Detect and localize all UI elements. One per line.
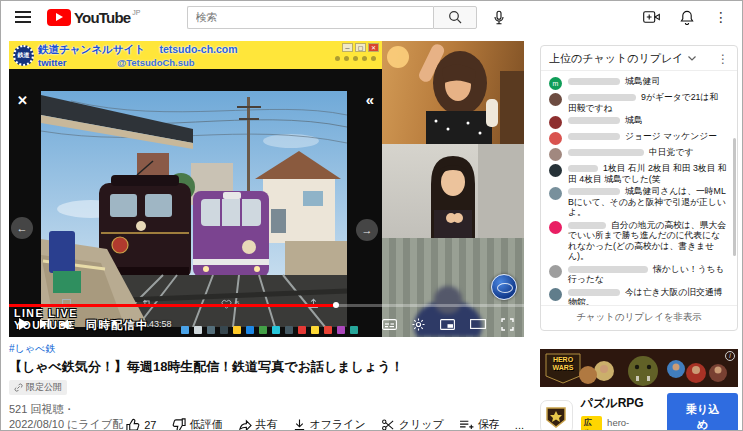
subtitles-icon [382, 319, 397, 330]
close-window-icon: ✕ [368, 43, 379, 52]
chat-avatar[interactable] [549, 187, 562, 200]
hero-wars-app-icon[interactable] [540, 400, 573, 431]
action-bar: 27 低評価 共有 オフライン [126, 417, 524, 431]
chat-avatar[interactable] [549, 148, 562, 161]
video-player[interactable]: 鉄道 鉄道チャンネルサイト tetsudo-ch.com twitter @Te… [9, 41, 524, 337]
chevron-down-icon[interactable] [688, 56, 696, 61]
ad-info-row: パズルRPG 広告 hero-wars.com 乗り込め [540, 387, 738, 431]
volume-button[interactable] [61, 319, 74, 330]
search-input[interactable] [187, 6, 433, 29]
save-button[interactable]: 保存 [459, 417, 500, 431]
youtube-logo-text: YouTube [74, 9, 130, 26]
site-name: 鉄道チャンネルサイト [38, 43, 145, 55]
site-logo: 鉄道 [13, 45, 34, 66]
play-button[interactable] [19, 318, 29, 330]
dislike-label: 低評価 [190, 417, 223, 431]
chat-author [568, 289, 620, 296]
ad-info-icon[interactable]: i [725, 351, 735, 361]
visibility-badge: 限定公開 [9, 380, 67, 395]
chat-author [568, 78, 620, 85]
chat-avatar[interactable] [549, 265, 562, 278]
chat-author [568, 266, 648, 273]
account-menu-button[interactable]: ⋮ [714, 10, 728, 24]
advertiser-url: hero-wars.com [607, 417, 667, 431]
search-box [187, 6, 477, 29]
theater-mode-button[interactable] [470, 319, 486, 329]
chat-scrollbar[interactable] [733, 138, 736, 256]
menu-button[interactable] [15, 11, 31, 23]
progress-bar[interactable] [9, 304, 524, 307]
view-count-and-date: 521 回視聴・2022/08/10 にライブ配信 [9, 402, 126, 431]
webcam-column [382, 41, 524, 337]
link-icon [14, 383, 23, 392]
chat-avatar[interactable] [549, 221, 562, 234]
twitter-label: twitter [38, 57, 67, 68]
chat-message: m 城島健司 [549, 76, 727, 90]
chat-author [568, 149, 644, 156]
share-label: 共有 [256, 417, 278, 431]
person-1 [382, 41, 524, 144]
share-button[interactable]: 共有 [238, 417, 278, 431]
play-icon [19, 318, 29, 330]
chat-author [568, 133, 620, 140]
region-code: JP [132, 9, 140, 16]
photo-viewer: ✕ « ← → [9, 69, 382, 337]
ad-title[interactable]: パズルRPG [581, 395, 667, 412]
fullscreen-button[interactable] [501, 318, 514, 331]
share-icon [238, 418, 252, 431]
screenshare-region: 鉄道 鉄道チャンネルサイト tetsudo-ch.com twitter @Te… [9, 41, 382, 337]
create-video-icon [643, 11, 660, 23]
chat-avatar[interactable]: m [549, 77, 562, 90]
bell-icon [680, 10, 694, 25]
chat-avatar[interactable] [549, 164, 562, 177]
like-button[interactable]: 27 [126, 418, 156, 431]
clip-label: クリップ [399, 417, 444, 431]
chat-message: 懐かしい！うちも行ったな [549, 264, 727, 285]
photo-next-button[interactable]: → [356, 219, 378, 241]
youtube-logo[interactable]: YouTube JP [47, 9, 141, 26]
clip-button[interactable]: クリップ [381, 417, 444, 431]
chat-message-text: ジョージ マッケンジー [625, 131, 717, 141]
photo-collapse-button[interactable]: « [366, 91, 374, 108]
photo-close-button[interactable]: ✕ [17, 93, 28, 108]
hide-chat-replay-button[interactable]: チャットのリプレイを非表示 [541, 305, 737, 330]
thumbs-down-icon [172, 418, 186, 431]
miniplayer-button[interactable] [440, 319, 455, 330]
search-button[interactable] [433, 6, 477, 29]
offline-label: オフライン [310, 417, 366, 431]
more-actions-button[interactable]: ... [515, 419, 524, 431]
show-logo-badge [491, 274, 517, 300]
dislike-button[interactable]: 低評価 [172, 417, 223, 431]
search-icon [448, 10, 462, 24]
chat-author [568, 222, 606, 229]
video-hashtag[interactable]: #しゃべ鉄 [9, 342, 524, 356]
chat-avatar[interactable] [549, 116, 562, 129]
ad-cta-button[interactable]: 乗り込め [667, 393, 738, 431]
browser-toolbar-dots [335, 56, 376, 61]
subtitles-button[interactable] [382, 319, 397, 330]
settings-button[interactable] [412, 318, 425, 331]
chat-avatar[interactable] [549, 288, 562, 301]
notifications-button[interactable] [680, 10, 694, 25]
chat-avatar[interactable] [549, 93, 562, 106]
chat-message: 中日党です [549, 147, 727, 161]
ad-banner[interactable]: HERO WARS i [540, 349, 738, 387]
chat-title[interactable]: 上位のチャットのリプレイ [549, 51, 684, 66]
photo-prev-button[interactable]: ← [11, 217, 33, 239]
player-controls: 43:58 [9, 311, 524, 337]
chat-author [568, 165, 598, 172]
offline-button[interactable]: オフライン [293, 417, 366, 431]
shared-window-controls: ─ ▢ ✕ [342, 43, 379, 52]
next-button[interactable] [40, 319, 50, 329]
site-url: tetsudo-ch.com [159, 43, 237, 55]
mic-button[interactable] [487, 5, 511, 29]
chat-message: 城島健司さんは、一時MLBにいて、そのあと阪神で引退が正しいよ。 [549, 186, 727, 218]
chat-avatar[interactable] [549, 132, 562, 145]
train-photo [41, 91, 347, 327]
chat-message: ジョージ マッケンジー [549, 131, 727, 145]
chat-message: 1枚目 石川 2枚目 和田 3枚目 和田 4枚目 城島でした(笑 [549, 163, 727, 184]
chat-message: 9がギータで21は和田毅ですね [549, 92, 727, 113]
chat-menu-button[interactable]: ⋮ [717, 52, 729, 66]
create-video-button[interactable] [643, 11, 660, 23]
download-icon [293, 418, 306, 431]
